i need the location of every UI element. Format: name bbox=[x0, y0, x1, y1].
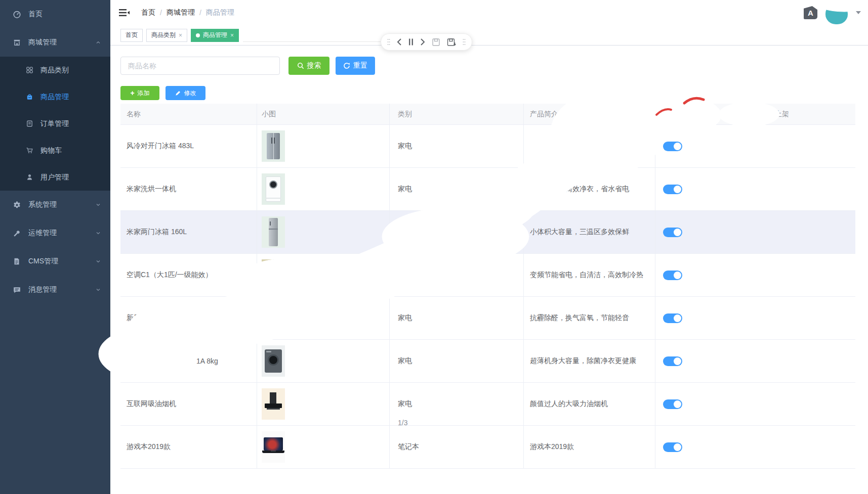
sidebar-item-label: 商城管理 bbox=[28, 38, 95, 47]
drag-handle-icon[interactable] bbox=[387, 38, 390, 46]
step-back-icon[interactable] bbox=[397, 38, 402, 46]
step-forward-icon[interactable] bbox=[420, 38, 425, 46]
table-header: 名称 小图 类别 产品简介 上架 bbox=[120, 104, 855, 125]
reset-button-label: 重置 bbox=[353, 61, 367, 70]
product-name: 1A 8kg bbox=[196, 357, 218, 365]
tab-close-icon[interactable]: × bbox=[179, 32, 182, 38]
on-shelf-toggle[interactable] bbox=[663, 142, 682, 151]
on-shelf-toggle[interactable] bbox=[663, 442, 682, 452]
table-body: 风冷对开门冰箱 483L 家电 米家洗烘一体机 家电 省能烘干，高效净衣，省水省… bbox=[120, 125, 855, 469]
chevron-up-icon bbox=[95, 39, 101, 46]
on-shelf-toggle[interactable] bbox=[663, 356, 682, 366]
product-name: 米家两门冰箱 160L bbox=[127, 228, 187, 237]
edit-button[interactable]: 修改 bbox=[166, 86, 205, 100]
sidebar-item-mall[interactable]: 商城管理 bbox=[0, 28, 110, 57]
product-thumbnail[interactable] bbox=[262, 130, 285, 162]
table-row: 米家两门冰箱 160L 小体积大容量，三温区多效保鲜 bbox=[120, 211, 855, 254]
column-header-shelf: 上架 bbox=[655, 104, 855, 124]
product-name: 游戏本2019款 bbox=[127, 442, 171, 452]
table-row: 1A 8kg 家电 超薄机身大容量，除菌净衣更健康 bbox=[120, 340, 855, 383]
sidebar-item-product-category[interactable]: 商品类别 bbox=[0, 57, 110, 83]
product-intro: 变频节能省电，自清洁，高效制冷热 bbox=[530, 271, 643, 280]
column-header-category: 类别 bbox=[390, 104, 524, 124]
on-shelf-toggle[interactable] bbox=[663, 399, 682, 409]
product-category: 笔记本 bbox=[398, 442, 419, 452]
tab-home[interactable]: 首页 bbox=[120, 29, 143, 42]
search-button[interactable]: 搜索 bbox=[288, 57, 329, 75]
pause-icon[interactable] bbox=[408, 38, 414, 46]
product-thumbnail[interactable] bbox=[262, 345, 285, 377]
sidebar-item-label: 商品管理 bbox=[40, 93, 101, 102]
product-intro: 省能烘干，高效净衣，省水省电 bbox=[530, 185, 629, 194]
breadcrumb-mall[interactable]: 商城管理 bbox=[167, 8, 195, 17]
product-intro: 小体积大容量，三温区多效保鲜 bbox=[530, 228, 629, 237]
product-thumbnail[interactable] bbox=[262, 216, 285, 248]
on-shelf-toggle[interactable] bbox=[663, 271, 682, 280]
sidebar-item-label: 用户管理 bbox=[40, 173, 101, 182]
reset-button[interactable]: 重置 bbox=[336, 57, 375, 75]
table-row: 空调C1（大1匹/一级能效） 家电 变频节能省电，自清洁，高效制冷热 bbox=[120, 254, 855, 297]
sidebar: 首页 商城管理 商品类别 商品管理 订单管理 bbox=[0, 0, 110, 494]
page-content: 搜索 重置 + 添加 修改 名称 小图 类别 产品简介 上架 bbox=[110, 46, 868, 469]
add-button-label: 添加 bbox=[138, 89, 150, 98]
caret-down-icon[interactable] bbox=[856, 11, 861, 14]
avatar[interactable] bbox=[825, 3, 848, 24]
product-thumbnail[interactable] bbox=[262, 259, 285, 291]
chevron-down-icon bbox=[95, 258, 101, 264]
sidebar-item-label: CMS管理 bbox=[28, 257, 95, 266]
tab-close-icon[interactable]: × bbox=[230, 32, 234, 38]
filter-row: 搜索 重置 bbox=[120, 57, 868, 75]
gear-icon bbox=[12, 200, 21, 209]
add-button[interactable]: + 添加 bbox=[120, 86, 159, 100]
product-thumbnail[interactable] bbox=[262, 173, 285, 205]
refresh-icon bbox=[343, 62, 350, 69]
on-shelf-toggle[interactable] bbox=[663, 228, 682, 237]
sidebar-item-home[interactable]: 首页 bbox=[0, 0, 110, 28]
breadcrumb-home[interactable]: 首页 bbox=[141, 8, 155, 17]
sidebar-collapse-icon[interactable] bbox=[119, 8, 130, 17]
tab-product-category[interactable]: 商品类别 × bbox=[146, 29, 187, 42]
product-thumbnail[interactable] bbox=[262, 302, 285, 334]
navbar-right: A bbox=[804, 1, 861, 24]
product-category: 家电 bbox=[398, 142, 412, 151]
product-thumbnail[interactable] bbox=[262, 431, 285, 463]
chevron-down-icon bbox=[95, 287, 101, 293]
product-category: 家电 bbox=[398, 399, 412, 409]
top-navbar: 首页 / 商城管理 / 商品管理 A bbox=[110, 0, 868, 25]
product-thumbnail[interactable] bbox=[262, 388, 285, 420]
save-icon[interactable] bbox=[432, 38, 440, 47]
tab-product-management[interactable]: 商品管理 × bbox=[191, 29, 239, 42]
product-category: 家电 bbox=[398, 185, 412, 194]
user-icon bbox=[25, 173, 33, 182]
on-shelf-toggle[interactable] bbox=[663, 185, 682, 194]
save-as-icon[interactable] bbox=[447, 38, 456, 47]
sidebar-item-label: 消息管理 bbox=[28, 285, 95, 294]
sidebar-item-product-management[interactable]: 商品管理 bbox=[0, 83, 110, 110]
action-row: + 添加 修改 bbox=[120, 86, 868, 100]
sidebar-item-user-management[interactable]: 用户管理 bbox=[0, 164, 110, 191]
sidebar-item-system[interactable]: 系统管理 bbox=[0, 191, 110, 219]
cms-icon bbox=[12, 257, 21, 266]
bag-icon bbox=[25, 93, 33, 101]
drag-handle-icon[interactable] bbox=[463, 38, 466, 46]
product-category: 家电 bbox=[398, 356, 412, 366]
sidebar-item-cms[interactable]: CMS管理 bbox=[0, 247, 110, 276]
sidebar-item-label: 运维管理 bbox=[28, 229, 95, 238]
product-table: 名称 小图 类别 产品简介 上架 风冷对开门冰箱 483L 家电 米家洗烘一体机 bbox=[120, 104, 855, 469]
sidebar-item-cart[interactable]: 购物车 bbox=[0, 137, 110, 164]
sidebar-item-label: 购物车 bbox=[40, 146, 101, 155]
product-name-input[interactable] bbox=[120, 57, 280, 75]
product-name: 空调C1（大1匹/一级能效） bbox=[127, 271, 213, 280]
sidebar-item-label: 首页 bbox=[28, 10, 101, 19]
product-intro: 抗霾除醛，换气富氧，节能轻音 bbox=[530, 313, 629, 323]
dashboard-icon bbox=[12, 10, 21, 19]
sidebar-item-ops[interactable]: 运维管理 bbox=[0, 219, 110, 247]
column-header-image: 小图 bbox=[257, 104, 390, 124]
on-shelf-toggle[interactable] bbox=[663, 313, 682, 323]
active-tab-dot bbox=[196, 33, 200, 37]
sidebar-item-label: 订单管理 bbox=[40, 119, 101, 128]
sidebar-item-order-management[interactable]: 订单管理 bbox=[0, 110, 110, 137]
language-icon[interactable]: A bbox=[804, 6, 817, 19]
product-intro: 游戏本2019款 bbox=[530, 442, 574, 452]
sidebar-item-message[interactable]: 消息管理 bbox=[0, 276, 110, 304]
